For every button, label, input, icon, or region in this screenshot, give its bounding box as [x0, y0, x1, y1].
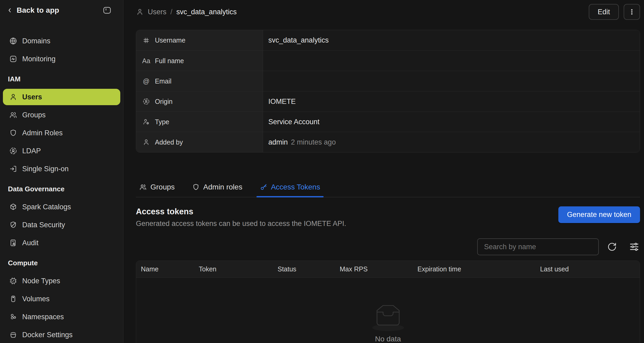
sidebar-item-spark-catalogs[interactable]: Spark Catalogs [0, 198, 123, 216]
tab-access-tokens[interactable]: Access Tokens [256, 177, 324, 197]
cube-icon [9, 203, 17, 211]
tokens-table-header: Name Token Status Max RPS Expiration tim… [136, 261, 640, 278]
sidebar-section-compute: Compute [0, 254, 123, 272]
user-icon [136, 8, 144, 16]
section-description: Generated access tokens can be used to a… [136, 220, 346, 228]
detail-value-origin: IOMETE [263, 91, 640, 112]
col-name: Name [141, 265, 199, 273]
sidebar-item-admin-roles[interactable]: Admin Roles [0, 124, 123, 142]
sidebar-item-label: Data Security [22, 221, 65, 229]
sidebar-header: Back to app [0, 0, 123, 21]
sidebar-item-ldap[interactable]: LDAP [0, 142, 123, 160]
sidebar-item-label: Domains [22, 37, 50, 45]
search-input[interactable] [477, 238, 599, 255]
detail-row-type: Type Service Account [136, 112, 640, 132]
sidebar-item-domains[interactable]: Domains [0, 32, 123, 50]
added-by-time: 2 minutes ago [291, 138, 336, 146]
detail-label: Added by [155, 138, 183, 146]
sidebar-item-label: Admin Roles [22, 129, 63, 137]
header-actions: Edit [589, 4, 640, 20]
sidebar-item-label: Single Sign-on [22, 165, 69, 173]
shield-slash-icon [9, 221, 17, 229]
circles-icon [9, 313, 17, 321]
detail-tabs: Groups Admin roles Access Tokens [136, 177, 640, 197]
cpu-chip-icon [9, 277, 17, 285]
admin-console-screen: Back to app Domains Monitoring IAM [0, 0, 644, 343]
col-max-rps: Max RPS [340, 265, 417, 273]
sidebar-item-namespaces[interactable]: Namespaces [0, 308, 123, 326]
user-gear-icon [142, 118, 150, 126]
breadcrumb-separator: / [171, 8, 173, 16]
detail-label: Username [155, 36, 185, 44]
sidebar-item-label: Docker Settings [22, 331, 73, 339]
sidebar-section-iam: IAM [0, 70, 123, 88]
at-sign-icon: @ [142, 77, 150, 85]
col-token: Token [199, 265, 278, 273]
detail-row-full-name: Aa Full name [136, 50, 640, 71]
tab-label: Groups [150, 183, 175, 191]
tab-groups[interactable]: Groups [136, 177, 178, 197]
edit-button[interactable]: Edit [589, 4, 619, 20]
chevron-left-icon [7, 7, 13, 13]
shield-icon [192, 183, 200, 191]
page-header: Users / svc_data_analytics Edit [136, 3, 640, 21]
detail-value-added-by: admin 2 minutes ago [263, 132, 640, 152]
letters-icon: Aa [142, 57, 150, 65]
sidebar-item-label: Spark Catalogs [22, 203, 71, 211]
sidebar-item-label: Node Types [22, 277, 60, 285]
col-last-used: Last used [540, 265, 640, 273]
sidebar-item-node-types[interactable]: Node Types [0, 272, 123, 290]
refresh-icon[interactable] [606, 241, 618, 253]
back-to-app-label: Back to app [17, 6, 59, 15]
sidebar-item-data-security[interactable]: Data Security [0, 216, 123, 234]
detail-value-type: Service Account [263, 112, 640, 132]
sidebar-collapse-icon[interactable] [102, 6, 112, 15]
empty-state-label: No data [375, 335, 401, 343]
col-expiration-time: Expiration time [417, 265, 540, 273]
breadcrumb-users-link[interactable]: Users [148, 8, 167, 16]
section-title: Access tokens [136, 207, 346, 216]
sidebar-item-groups[interactable]: Groups [0, 106, 123, 124]
tab-admin-roles[interactable]: Admin roles [189, 177, 246, 197]
sidebar-item-monitoring[interactable]: Monitoring [0, 50, 123, 68]
generate-new-token-button[interactable]: Generate new token [558, 206, 640, 223]
detail-label: Full name [155, 57, 184, 65]
detail-value-full-name [263, 51, 640, 71]
tokens-table: Name Token Status Max RPS Expiration tim… [136, 261, 640, 343]
detail-label: Type [155, 118, 169, 126]
more-actions-button[interactable] [624, 4, 640, 20]
sidebar-item-label: Namespaces [22, 313, 64, 321]
sidebar-item-label: Groups [22, 111, 46, 119]
activity-icon [9, 55, 17, 63]
globe-icon [9, 37, 17, 45]
filter-sliders-icon[interactable] [628, 241, 640, 253]
user-circle-dashed-icon [142, 97, 150, 106]
sidebar-item-label: Audit [22, 239, 39, 247]
log-in-icon [9, 165, 17, 173]
sidebar-item-single-sign-on[interactable]: Single Sign-on [0, 160, 123, 178]
main-content: Users / svc_data_analytics Edit [123, 0, 644, 343]
sidebar-item-docker-settings[interactable]: Docker Settings [0, 326, 123, 343]
user-scan-icon [9, 147, 17, 155]
tokens-toolbar [136, 238, 640, 255]
file-user-icon [9, 239, 17, 247]
sidebar-item-volumes[interactable]: Volumes [0, 290, 123, 308]
users-icon [139, 183, 147, 191]
user-details-table: Username svc_data_analytics Aa Full name… [136, 30, 640, 152]
tab-label: Admin roles [203, 183, 242, 191]
detail-row-added-by: Added by admin 2 minutes ago [136, 132, 640, 152]
sidebar-item-audit[interactable]: Audit [0, 234, 123, 252]
user-icon [9, 93, 17, 101]
hash-icon [142, 36, 150, 45]
key-icon [260, 183, 267, 191]
added-by-user: admin [268, 138, 288, 146]
tab-label: Access Tokens [271, 183, 320, 191]
users-icon [9, 111, 17, 119]
storage-icon [9, 295, 17, 303]
sidebar-item-users[interactable]: Users [3, 89, 120, 105]
col-status: Status [278, 265, 340, 273]
detail-row-username: Username svc_data_analytics [136, 30, 640, 50]
kebab-vertical-icon [628, 8, 636, 16]
inbox-tray-icon [371, 301, 406, 333]
back-to-app-button[interactable]: Back to app [7, 6, 59, 15]
